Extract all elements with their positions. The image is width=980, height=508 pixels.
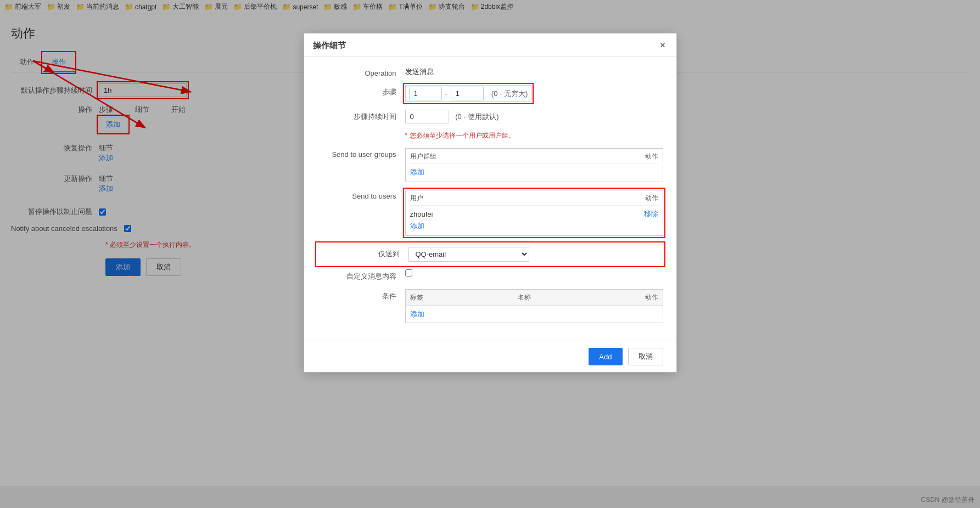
modal-required-note-row: * 您必须至少选择一个用户或用户组。	[317, 131, 663, 140]
modal-close-button[interactable]: ×	[658, 40, 667, 51]
modal-users-label: Send to users	[317, 190, 405, 200]
modal-operation-value: 发送消息	[405, 67, 663, 77]
modal-step-duration-row: 步骤持续时间 (0 - 使用默认)	[317, 110, 663, 123]
modal-custom-msg-row: 自定义消息内容	[317, 269, 663, 281]
groups-table-header: 用户群组 动作	[410, 152, 658, 164]
modal-custom-msg-control	[405, 269, 663, 278]
users-add-row: 添加	[410, 220, 658, 232]
modal-condition-label: 条件	[317, 289, 405, 301]
users-table-header: 用户 动作	[410, 194, 658, 206]
user-remove-link[interactable]: 移除	[644, 209, 658, 219]
modal-users-control: 用户 动作 zhoufei 移除 添加	[405, 190, 663, 236]
modal-groups-table: 用户群组 动作 添加	[405, 148, 663, 182]
condition-col-action: 动作	[625, 293, 658, 302]
condition-add-area: 添加	[406, 306, 663, 323]
modal-groups-label: Send to user groups	[317, 148, 405, 159]
step-from-input[interactable]	[409, 87, 442, 100]
users-add-link[interactable]: 添加	[410, 221, 424, 231]
modal-only-send-label: 仅送到	[321, 247, 408, 259]
modal-title: 操作细节	[313, 41, 346, 51]
modal-condition-row: 条件 标签 名称 动作 添加	[317, 289, 663, 323]
step-dash: -	[445, 89, 447, 98]
groups-col-name: 用户群组	[410, 152, 436, 161]
condition-table: 标签 名称 动作 添加	[405, 289, 663, 323]
condition-col-name: 名称	[518, 293, 625, 302]
modal-users-row: Send to users 用户 动作 zhoufei 移除 添加	[317, 190, 663, 236]
modal-footer: Add 取消	[304, 341, 676, 372]
groups-add-link[interactable]: 添加	[410, 167, 424, 177]
groups-col-action: 动作	[645, 152, 658, 161]
modal-step-duration-label: 步骤持续时间	[317, 110, 405, 122]
users-col-name: 用户	[410, 194, 423, 203]
modal-groups-row: Send to user groups 用户群组 动作 添加	[317, 148, 663, 182]
user-row-zhoufei: zhoufei 移除	[410, 208, 658, 220]
groups-add-row: 添加	[410, 166, 658, 178]
modal-groups-control: 用户群组 动作 添加	[405, 148, 663, 182]
modal-step-row: 步骤 - (0 - 无穷大)	[317, 85, 663, 102]
modal-cancel-button[interactable]: 取消	[628, 348, 663, 365]
custom-msg-checkbox[interactable]	[405, 269, 412, 276]
step-hint: (0 - 无穷大)	[491, 89, 528, 99]
modal-operation-label: Operation	[317, 67, 405, 77]
only-send-to-select[interactable]: QQ-email email SMS Webhook	[408, 247, 529, 262]
modal-dialog: 操作细节 × Operation 发送消息 步骤 - (0 - 无穷大)	[304, 33, 677, 372]
modal-overlay: 操作细节 × Operation 发送消息 步骤 - (0 - 无穷大)	[0, 0, 980, 486]
condition-add-link[interactable]: 添加	[410, 309, 424, 319]
modal-step-label: 步骤	[317, 85, 405, 97]
modal-condition-control: 标签 名称 动作 添加	[405, 289, 663, 323]
users-col-action: 动作	[645, 194, 658, 203]
condition-col-tag: 标签	[410, 293, 518, 302]
modal-add-button[interactable]: Add	[589, 348, 622, 365]
modal-step-control: - (0 - 无穷大)	[405, 85, 663, 102]
modal-only-send-control: QQ-email email SMS Webhook	[408, 247, 660, 262]
step-duration-input[interactable]	[405, 110, 449, 123]
step-duration-hint: (0 - 使用默认)	[455, 112, 499, 121]
modal-step-duration-control: (0 - 使用默认)	[405, 110, 663, 123]
modal-custom-msg-label: 自定义消息内容	[317, 269, 405, 281]
user-name: zhoufei	[410, 210, 433, 218]
modal-operation-row: Operation 发送消息	[317, 67, 663, 77]
condition-table-header: 标签 名称 动作	[406, 290, 663, 306]
step-to-input[interactable]	[451, 87, 484, 100]
modal-header: 操作细节 ×	[304, 33, 676, 57]
modal-users-table: 用户 动作 zhoufei 移除 添加	[405, 190, 663, 236]
modal-body: Operation 发送消息 步骤 - (0 - 无穷大) 步骤持续时间	[304, 57, 676, 341]
modal-required-note: * 您必须至少选择一个用户或用户组。	[405, 132, 515, 139]
modal-only-send-row: 仅送到 QQ-email email SMS Webhook	[317, 244, 663, 265]
